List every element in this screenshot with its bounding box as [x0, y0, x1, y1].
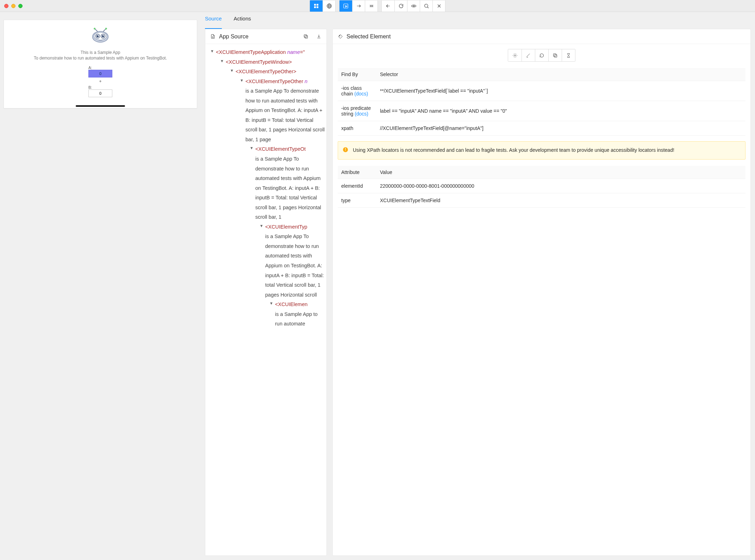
- web-mode-button[interactable]: [323, 0, 335, 12]
- warning-text: Using XPath locators is not recommended …: [353, 147, 674, 153]
- app-subtitle: To demonstrate how to run automated test…: [34, 56, 167, 61]
- svg-point-16: [98, 35, 98, 36]
- app-title: This is a Sample App: [81, 50, 120, 55]
- minimize-window-icon[interactable]: [11, 4, 15, 8]
- findby-header: Find By: [338, 68, 376, 81]
- download-xml-button[interactable]: [316, 34, 322, 39]
- field-label-b: B:: [88, 85, 112, 89]
- tree-caret[interactable]: ▼: [240, 77, 245, 84]
- toolbar: [310, 0, 445, 12]
- tree-caret[interactable]: ▼: [230, 67, 235, 74]
- input-b[interactable]: [88, 89, 112, 97]
- svg-point-21: [514, 55, 516, 56]
- svg-point-5: [424, 4, 428, 7]
- svg-point-17: [103, 35, 104, 36]
- tree-caret[interactable]: ▼: [250, 144, 255, 152]
- tree-tag[interactable]: XCUIElementTypeWindow: [229, 59, 289, 65]
- inspector-pane: Source Actions App Source: [201, 12, 755, 560]
- value-cell[interactable]: 22000000-0000-0000-8001-000000000000: [376, 179, 745, 193]
- tree-tag[interactable]: XCUIElemen: [278, 301, 307, 307]
- copy-attributes-button[interactable]: [548, 49, 562, 61]
- refresh-button[interactable]: [394, 0, 407, 12]
- fullscreen-window-icon[interactable]: [18, 4, 23, 8]
- table-row: xpath //XCUIElementTypeTextField[@name="…: [338, 121, 745, 136]
- attribute-cell: elementId: [338, 179, 376, 193]
- tree-node-text: is a Sample App to run automate: [275, 310, 325, 329]
- svg-point-8: [94, 28, 95, 30]
- toolbar-group-select: [339, 0, 378, 12]
- svg-point-15: [102, 35, 104, 37]
- element-actions: [508, 49, 575, 62]
- table-row: typeXCUIElementTypeTextField: [338, 193, 745, 207]
- tree-tag[interactable]: XCUIElementTyp: [268, 224, 307, 230]
- device-screenshot[interactable]: This is a Sample App To demonstrate how …: [4, 20, 197, 108]
- tab-source[interactable]: Source: [205, 12, 222, 29]
- tree-tag[interactable]: XCUIElementTypeOt: [258, 146, 306, 152]
- table-row: elementId22000000-0000-0000-8001-0000000…: [338, 179, 745, 193]
- tap-coords-button[interactable]: [365, 0, 378, 12]
- svg-rect-18: [305, 36, 308, 38]
- selected-element-card: Selected Element Fin: [332, 29, 751, 556]
- docs-link[interactable]: (docs): [354, 91, 368, 97]
- tabs: Source Actions: [201, 12, 755, 29]
- findby-cell: xpath: [338, 121, 376, 136]
- app-source-title: App Source: [219, 33, 249, 40]
- app-source-card: App Source ▼ <XCUIElementTypeAp: [205, 29, 327, 556]
- attribute-cell: type: [338, 193, 376, 207]
- attribute-table: Attribute Value elementId22000000-0000-0…: [338, 166, 745, 208]
- tree-node-text: is a Sample App To demonstrate how to ru…: [265, 232, 325, 300]
- device-pane: This is a Sample App To demonstrate how …: [0, 12, 201, 560]
- table-row: -ios class chain (docs)**/XCUIElementTyp…: [338, 81, 745, 101]
- quit-session-button[interactable]: [432, 0, 445, 12]
- table-row: -ios predicate string (docs)label == "in…: [338, 101, 745, 121]
- tree-caret[interactable]: ▼: [260, 222, 264, 230]
- attribute-header: Attribute: [338, 166, 376, 179]
- value-cell[interactable]: XCUIElementTypeTextField: [376, 193, 745, 207]
- toolbar-group-session: [381, 0, 445, 12]
- svg-rect-19: [304, 35, 307, 38]
- tab-actions[interactable]: Actions: [234, 12, 251, 29]
- findby-cell: -ios class chain (docs): [338, 81, 376, 101]
- close-window-icon[interactable]: [4, 4, 8, 8]
- xpath-warning: ! Using XPath locators is not recommende…: [338, 141, 745, 160]
- selector-header: Selector: [376, 68, 745, 81]
- swipe-button[interactable]: [352, 0, 365, 12]
- copy-xml-button[interactable]: [303, 34, 308, 39]
- back-button[interactable]: [382, 0, 394, 12]
- selector-cell[interactable]: label == "inputA" AND name == "inputA" A…: [376, 101, 745, 121]
- tree-caret[interactable]: ▼: [220, 57, 225, 65]
- input-a[interactable]: [88, 70, 112, 77]
- svg-rect-22: [554, 55, 557, 57]
- source-tree[interactable]: ▼ <XCUIElementTypeApplication name=" ▼ <…: [205, 44, 326, 555]
- tree-caret[interactable]: ▼: [269, 300, 274, 307]
- plus-label: +: [99, 79, 101, 84]
- selector-cell[interactable]: //XCUIElementTypeTextField[@name="inputA…: [376, 121, 745, 136]
- tap-element-button[interactable]: [508, 49, 522, 61]
- tree-tag[interactable]: XCUIElementTypeOther: [238, 69, 293, 74]
- send-keys-button[interactable]: [522, 49, 535, 61]
- tree-caret[interactable]: ▼: [210, 48, 215, 55]
- docs-link[interactable]: (docs): [355, 111, 368, 117]
- svg-rect-23: [554, 54, 556, 56]
- warning-icon: !: [343, 147, 348, 152]
- toolbar-group-mode: [310, 0, 336, 12]
- select-element-button[interactable]: [339, 0, 352, 12]
- svg-point-14: [96, 35, 99, 37]
- traffic-lights: [4, 4, 23, 8]
- selected-element-title: Selected Element: [347, 33, 391, 40]
- tree-tag[interactable]: XCUIElementTypeOther: [248, 79, 303, 84]
- tree-tag[interactable]: XCUIElementTypeApplication: [219, 49, 286, 55]
- search-button[interactable]: [420, 0, 432, 12]
- value-header: Value: [376, 166, 745, 179]
- home-indicator: [76, 105, 125, 107]
- record-button[interactable]: [407, 0, 420, 12]
- get-timing-button[interactable]: [562, 49, 575, 61]
- svg-point-4: [413, 5, 414, 7]
- find-by-table: Find By Selector -ios class chain (docs)…: [338, 68, 745, 136]
- findby-cell: -ios predicate string (docs): [338, 101, 376, 121]
- selector-cell[interactable]: **/XCUIElementTypeTextField[`label == "i…: [376, 81, 745, 101]
- svg-point-9: [105, 28, 107, 30]
- clear-element-button[interactable]: [535, 49, 548, 61]
- native-mode-button[interactable]: [310, 0, 323, 12]
- main-content: This is a Sample App To demonstrate how …: [0, 12, 755, 560]
